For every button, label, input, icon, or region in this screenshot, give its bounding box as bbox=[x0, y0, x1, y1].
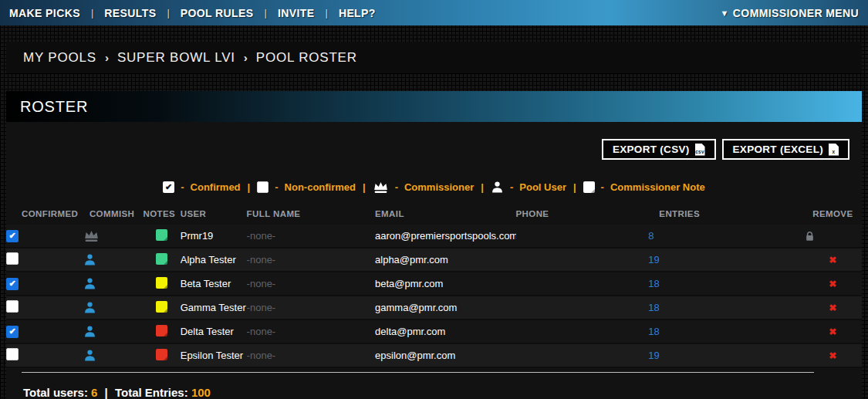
legend-separator: | bbox=[481, 181, 484, 193]
nav-separator: | bbox=[265, 7, 267, 19]
remove-x-icon[interactable]: ✖ bbox=[829, 255, 836, 265]
notes-cell bbox=[143, 225, 180, 248]
confirmed-cell bbox=[6, 343, 83, 367]
nav-separator: | bbox=[91, 7, 93, 19]
confirmed-checkbox[interactable] bbox=[6, 230, 19, 242]
table-row: Epsilon Tester-none-epsilon@pmr.com19✖ bbox=[6, 343, 862, 367]
legend-dash: - bbox=[510, 181, 513, 193]
note-icon[interactable] bbox=[156, 325, 167, 336]
csv-file-icon: csv bbox=[695, 144, 705, 156]
remove-x-icon[interactable]: ✖ bbox=[829, 279, 836, 289]
entries-link[interactable]: 18 bbox=[648, 326, 659, 337]
entries-cell: 18 bbox=[648, 320, 803, 343]
confirmed-checkbox[interactable] bbox=[6, 348, 19, 360]
table-row: Delta Tester-none-delta@pmr.com18✖ bbox=[6, 320, 862, 343]
legend: -Confirmed|-Non-confirmed|-Commissioner|… bbox=[6, 181, 862, 194]
person-icon bbox=[491, 181, 504, 194]
checked-checkbox-icon bbox=[163, 181, 174, 193]
nav-item-help[interactable]: HELP? bbox=[339, 7, 376, 19]
table-row: Gamma Tester-none-gamma@pmr.com18✖ bbox=[6, 296, 862, 320]
button-label: EXPORT (CSV) bbox=[613, 144, 690, 155]
confirmed-cell bbox=[6, 225, 83, 248]
commissioner-menu-label: COMMISSIONER MENU bbox=[733, 7, 859, 19]
role-cell bbox=[83, 272, 144, 296]
confirmed-checkbox[interactable] bbox=[6, 278, 19, 290]
role-cell bbox=[83, 225, 144, 248]
phone bbox=[516, 296, 649, 320]
nav-item-make-picks[interactable]: MAKE PICKS bbox=[9, 7, 80, 19]
note-icon[interactable] bbox=[156, 301, 167, 313]
totals-summary: Total users: 6 | Total Entries: 100 bbox=[6, 373, 862, 399]
confirmed-checkbox[interactable] bbox=[6, 326, 19, 338]
note-icon[interactable] bbox=[156, 229, 167, 241]
button-export-csv[interactable]: EXPORT (CSV)csv bbox=[602, 139, 716, 160]
nav-item-results[interactable]: RESULTS bbox=[104, 7, 156, 19]
entries-cell: 19 bbox=[648, 248, 803, 272]
commissioner-menu-button[interactable]: ▼ COMMISSIONER MENU bbox=[721, 7, 859, 19]
entries-cell: 18 bbox=[648, 272, 803, 296]
confirmed-cell bbox=[6, 296, 83, 320]
entries-link[interactable]: 19 bbox=[648, 350, 659, 361]
full-name: -none- bbox=[247, 225, 375, 248]
notes-cell bbox=[143, 272, 180, 296]
remove-cell: ✖ bbox=[804, 343, 862, 367]
user-name: Prmr19 bbox=[181, 225, 247, 248]
email: delta@pmr.com bbox=[375, 320, 516, 343]
breadcrumb-item-my-pools[interactable]: MY POOLS bbox=[23, 50, 96, 66]
total-users-value: 6 bbox=[91, 386, 97, 399]
nav-item-pool-rules[interactable]: POOL RULES bbox=[181, 7, 254, 19]
full-name: -none- bbox=[247, 320, 375, 343]
breadcrumb-item-super-bowl-lvi[interactable]: SUPER BOWL LVI bbox=[117, 50, 235, 66]
remove-x-icon[interactable]: ✖ bbox=[829, 303, 836, 313]
full-name: -none- bbox=[247, 296, 375, 320]
legend-label-commissioner: Commissioner bbox=[404, 181, 474, 193]
entries-link[interactable]: 18 bbox=[648, 278, 659, 289]
phone bbox=[516, 272, 649, 296]
note-icon bbox=[583, 181, 595, 193]
legend-dash: - bbox=[275, 181, 278, 193]
confirmed-cell bbox=[6, 320, 83, 343]
note-icon[interactable] bbox=[156, 349, 167, 360]
full-name: -none- bbox=[247, 343, 375, 367]
column-header-full-name: FULL NAME bbox=[247, 205, 375, 225]
role-cell bbox=[83, 320, 144, 343]
breadcrumb-separator-icon: › bbox=[244, 51, 248, 64]
role-cell bbox=[83, 248, 144, 272]
nav-item-invite[interactable]: INVITE bbox=[278, 7, 315, 19]
button-export-excel[interactable]: EXPORT (EXCEL)x bbox=[722, 139, 849, 160]
remove-cell: ✖ bbox=[804, 248, 862, 272]
full-name: -none- bbox=[247, 272, 375, 296]
total-entries-label: Total Entries: bbox=[115, 386, 188, 399]
dropdown-arrow-icon: ▼ bbox=[721, 8, 729, 18]
remove-x-icon[interactable]: ✖ bbox=[829, 350, 836, 361]
legend-separator: | bbox=[363, 181, 366, 193]
total-users-label: Total users: bbox=[23, 386, 88, 399]
note-icon[interactable] bbox=[156, 253, 167, 265]
column-header-phone: PHONE bbox=[516, 205, 649, 225]
confirmed-checkbox[interactable] bbox=[6, 252, 19, 265]
person-icon bbox=[83, 349, 144, 362]
section-header: ROSTER bbox=[6, 91, 862, 122]
email: epsilon@pmr.com bbox=[375, 343, 516, 367]
remove-x-icon[interactable]: ✖ bbox=[829, 326, 836, 337]
email: aaron@premiersportspools.com bbox=[375, 225, 516, 248]
legend-label-non-confirmed: Non-confirmed bbox=[285, 181, 356, 193]
notes-cell bbox=[143, 320, 180, 343]
full-name: -none- bbox=[247, 248, 375, 272]
roster-table: CONFIRMEDCOMMISHNOTESUSERFULL NAMEEMAILP… bbox=[6, 205, 862, 368]
column-header-remove: REMOVE bbox=[804, 205, 862, 225]
person-icon bbox=[83, 253, 144, 266]
button-label: EXPORT (EXCEL) bbox=[733, 144, 823, 155]
user-name: Epsilon Tester bbox=[181, 343, 247, 367]
entries-link[interactable]: 18 bbox=[648, 302, 659, 313]
entries-link[interactable]: 19 bbox=[648, 254, 659, 265]
unchecked-checkbox-icon bbox=[257, 181, 269, 193]
note-icon[interactable] bbox=[156, 277, 167, 289]
confirmed-checkbox[interactable] bbox=[6, 300, 19, 313]
entries-link[interactable]: 8 bbox=[648, 230, 654, 242]
legend-label-commissioner-note: Commissioner Note bbox=[610, 181, 705, 193]
user-name: Delta Tester bbox=[181, 320, 247, 343]
remove-cell: ✖ bbox=[804, 272, 862, 296]
email: gamma@pmr.com bbox=[375, 296, 516, 320]
export-toolbar: EXPORT (CSV)csvEXPORT (EXCEL)x bbox=[6, 122, 862, 160]
